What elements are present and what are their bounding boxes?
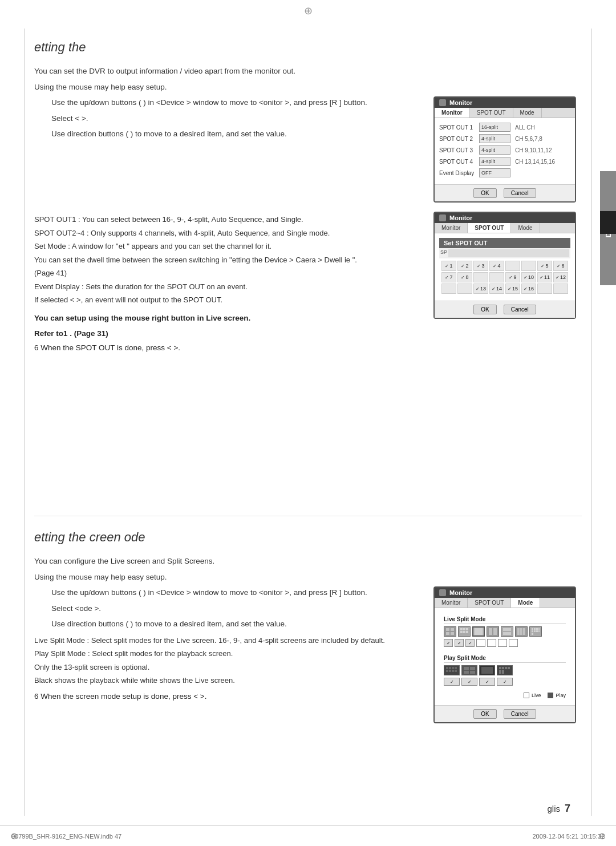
svg-rect-3 [451,632,454,635]
svg-rect-25 [538,630,540,632]
section2-title: etting the creen ode [34,530,582,545]
indent-block-1: Use the up/down buttons ( ) in <Device >… [51,96,422,140]
sn-9: ✓9 [505,272,520,282]
monitor2-tab-monitor[interactable]: Monitor [435,223,468,233]
live-check-4[interactable] [476,639,485,647]
monitor1-cancel-btn[interactable]: Cancel [504,188,536,198]
sn-8: ✓8 [457,272,472,282]
play-icon-2[interactable] [461,665,477,675]
s2-step6: 6 When the screen mode setup is done, pr… [34,692,422,701]
bold-note1: You can setup using the mouse right butt… [34,314,422,322]
svg-rect-7 [460,631,463,633]
monitor1-box: Monitor Monitor SPOT OUT Mode SPOT OUT 1… [433,96,576,203]
monitor3-tab-monitor[interactable]: Monitor [435,598,468,608]
monitor2-icon [439,214,446,221]
split-icon-1[interactable] [444,626,456,637]
sn-16: ✓16 [521,284,536,294]
play-icon-4[interactable] [497,665,513,675]
s2-step3: Use direction buttons ( ) to move to a d… [51,618,422,630]
sn-13: ✓13 [473,284,488,294]
monitor1-event-dropdown[interactable]: OFF [479,168,510,177]
monitor1-row3-label: SPOT OUT 3 [439,147,479,153]
split-icon-2[interactable] [458,626,471,637]
note3b: " appears and you can set the channel fo… [127,242,271,250]
monitor3-box: Monitor Monitor SPOT OUT Mode Live Split… [433,586,576,723]
monitor1-row3-dropdown[interactable]: 4-split [479,145,510,155]
bold-note2: Refer to1 . (Page 31) [34,329,422,338]
s2-note2: Play Split Mode : Select split modes for… [34,648,422,659]
sn-blank8 [553,284,568,294]
s2-note4: Black shows the playback while white sho… [34,675,422,686]
svg-rect-27 [446,667,448,669]
play-check-1[interactable]: ✓ [444,678,460,686]
dvr-tab-black [600,211,616,234]
section1-instructions: Use the up/down buttons ( ) in <Device >… [34,96,582,203]
monitor1-row4-dropdown[interactable]: 4-split [479,157,510,166]
monitor3-tab-spotout[interactable]: SPOT OUT [468,598,511,608]
note5: Event Display : Sets the duration for th… [34,281,422,293]
monitor3-footer: OK Cancel [435,705,575,722]
split-icon-4[interactable] [487,626,499,637]
live-check-1[interactable]: ✓ [444,639,453,647]
svg-rect-22 [532,630,533,632]
monitor2-tab-mode[interactable]: Mode [511,223,540,233]
bottom-bar: 00799B_SHR-9162_ENG-NEW.indb 47 2009-12-… [0,825,616,846]
play-check-2[interactable]: ✓ [461,678,477,686]
monitor2-cancel-btn[interactable]: Cancel [504,305,536,314]
monitor2-body: Set SPOT OUT SP ✓1 ✓2 ✓3 ✓4 [435,233,575,301]
play-icon-1[interactable] [444,665,460,675]
monitor2-tab-spotout[interactable]: SPOT OUT [468,223,511,233]
sn-blank3 [473,272,488,282]
section1-content: etting the You can set the DVR to output… [34,40,582,358]
live-check-2[interactable]: ✓ [455,639,464,647]
split-icon-6[interactable] [515,626,528,637]
note4b: (Page 41) [34,268,422,279]
monitor1-tab-spotout[interactable]: SPOT OUT [470,108,513,118]
margin-line-left [24,29,25,816]
legend-row: Live Play [439,690,570,701]
monitor3-body: Live Split Mode [435,608,575,705]
monitor2-ok-btn[interactable]: OK [473,305,496,314]
section2-left: Use the up/down buttons ( ) in <Device >… [34,586,422,723]
monitor3-cancel-btn[interactable]: Cancel [504,709,536,719]
step6-section1: 6 When the SPOT OUT is done, press < >. [34,343,422,352]
monitor1-row1-dropdown[interactable]: 16-split [479,123,510,132]
play-check-3[interactable]: ✓ [479,678,495,686]
monitor1-tab-mode[interactable]: Mode [513,108,542,118]
split-icon-7[interactable] [529,626,542,637]
split-icon-3[interactable] [472,626,485,637]
svg-rect-40 [499,667,501,669]
section2-intro1: You can configure the Live screen and Sp… [34,555,582,568]
monitor3-tabs: Monitor SPOT OUT Mode [435,598,575,608]
monitor3-tab-mode[interactable]: Mode [511,598,540,608]
live-check-5[interactable] [487,639,496,647]
indent-block-2: Use the up/down buttons ( ) in <Device >… [51,586,422,630]
section2-right: Monitor Monitor SPOT OUT Mode Live Split… [433,586,582,723]
monitor1-icon [439,99,446,106]
live-check-7[interactable] [509,639,518,647]
monitor3-ok-btn[interactable]: OK [473,709,496,719]
play-icon-3[interactable] [479,665,495,675]
note4: You can set the dwell time between the s… [34,254,422,266]
sn-blank5 [441,284,456,294]
monitor1-ok-btn[interactable]: OK [473,188,496,198]
live-check-3[interactable]: ✓ [465,639,475,647]
svg-rect-39 [481,667,493,674]
monitor1-row2-dropdown[interactable]: 4-split [479,134,510,143]
live-split-section: Live Split Mode [439,613,570,651]
page-number: 7 [565,803,570,815]
live-check-6[interactable] [498,639,507,647]
monitor3-icon [439,589,446,596]
svg-rect-5 [463,628,465,630]
note6: If selected < >, an event will not outpu… [34,294,422,306]
play-check-4[interactable]: ✓ [497,678,513,686]
split-icon-5[interactable] [501,626,513,637]
sn-6: ✓6 [553,261,568,271]
svg-rect-9 [466,631,468,633]
monitor1-tab-monitor[interactable]: Monitor [435,108,470,118]
sn-1: ✓1 [441,261,456,271]
section1-intro2: Using the mouse may help easy setup. [34,81,582,94]
section2-instructions: Use the up/down buttons ( ) in <Device >… [34,586,582,723]
monitor3-title: Monitor [449,589,472,596]
sn-7: ✓7 [441,272,456,282]
